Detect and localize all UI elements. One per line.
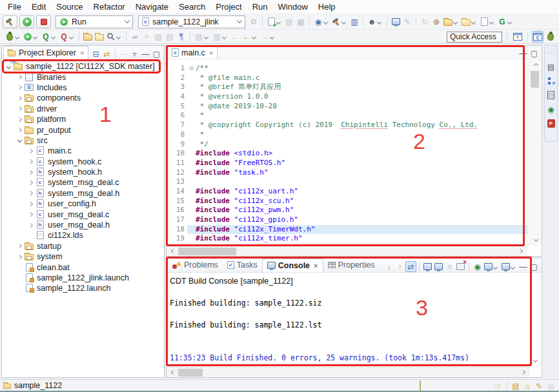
expand-arrow[interactable] [26,224,34,227]
new-source-folder-icon[interactable] [460,16,472,28]
profile-icon[interactable]: Q [40,31,52,43]
link-editor-icon[interactable]: ⇄ [101,48,112,59]
expand-arrow[interactable] [15,97,23,100]
scrollbar-thumb[interactable] [178,248,236,255]
maximize-icon[interactable]: ▢ [151,48,162,59]
tab-main-c[interactable]: c main.c × [167,46,218,59]
scroll-up-icon[interactable]: ↑ [394,261,405,272]
new-c-project-dropdown[interactable] [453,20,458,24]
profile-dropdown[interactable] [51,35,56,39]
back-icon[interactable]: ← [241,31,252,43]
tab-properties[interactable]: Properties [323,259,380,272]
search-icon[interactable] [105,31,117,43]
knot-icon[interactable]: ⊛ [431,16,442,28]
search-dropdown[interactable] [116,35,121,39]
make-target-view-icon[interactable] [545,90,556,101]
run-history-icon[interactable] [22,31,34,43]
menu-item-navigate[interactable]: Navigate [130,1,174,13]
tree-item-src[interactable]: src [2,135,164,146]
debug-perspective-icon[interactable] [545,31,556,43]
minimize-icon[interactable]: — [140,48,151,59]
git-refresh-icon[interactable]: G [496,16,508,28]
forward-dropdown[interactable] [270,35,274,39]
new-wizard-dropdown[interactable] [276,20,281,24]
menu-item-search[interactable]: Search [174,1,210,13]
debug-dropdown[interactable] [15,35,19,39]
display-console-icon[interactable] [483,261,494,272]
menu-item-window[interactable]: Window [273,1,313,13]
pin-console-icon[interactable]: ◉ [472,261,483,272]
scrollbar-thumb[interactable] [178,369,203,377]
pencil-icon[interactable]: ✎ [401,16,413,28]
show-stderr-icon[interactable] [433,261,444,272]
tree-item-system[interactable]: system [2,251,164,262]
expand-arrow[interactable] [15,244,23,248]
terminal-icon[interactable] [390,16,401,28]
close-icon[interactable]: × [209,49,213,57]
tree-item-pr-output[interactable]: pr_output [2,124,164,135]
tab-problems[interactable]: Problems [168,259,223,272]
display-console-dropdown[interactable] [493,265,498,270]
expand-arrow[interactable] [15,118,23,121]
maximize-icon[interactable]: ▢ [529,261,540,272]
build-all-icon[interactable] [330,16,342,28]
expand-arrow[interactable] [15,255,23,259]
menu-item-source[interactable]: Source [51,1,88,13]
tree-item-system-hook-c[interactable]: csystem_hook.c [2,157,164,167]
git-refresh-dropdown[interactable] [507,20,512,24]
tree-item-binaries[interactable]: Binaries [2,72,164,82]
print-view-icon[interactable]: ▤ [545,61,556,72]
next-annotation-dropdown[interactable] [222,35,227,39]
cpp-perspective-icon[interactable] [532,31,544,43]
code-editor[interactable]: 1⊖/**2 * @file main.c3 * @brief 简单灯具应用4 … [167,59,527,246]
expand-arrow[interactable] [26,160,34,163]
expand-arrow[interactable] [26,213,34,216]
expand-arrow[interactable] [26,191,34,195]
skip-all-breakpoints-icon[interactable]: ◉ [312,16,324,28]
expand-arrow[interactable] [26,171,34,174]
tree-item-driver[interactable]: driver [2,104,164,114]
project-tree[interactable]: Csample_1122 [CI112X_SDK master]Binaries… [2,61,164,377]
run-history-dropdown[interactable] [33,35,37,39]
expand-arrow[interactable] [15,86,23,89]
expand-arrow[interactable] [15,107,23,110]
link-with-icon[interactable]: ▥ [152,31,164,43]
editor-vertical-scrollbar[interactable] [527,59,542,246]
scroll-left-arrow[interactable] [168,247,177,256]
refresh-icon[interactable]: ↻ [419,16,431,28]
word-wrap-icon[interactable]: ≡ [444,261,455,272]
scroll-up-arrow[interactable] [531,60,540,69]
tree-item-system-hook-h[interactable]: hsystem_hook.h [2,167,164,177]
tree-item-user-config-h[interactable]: huser_config.h [2,199,164,209]
launch-target-combo[interactable]: c sample_1122_jlink [138,15,245,28]
record-view-icon[interactable]: ◉ [545,104,556,115]
maximize-icon[interactable]: ▢ [529,48,540,59]
editor-horizontal-scrollbar[interactable] [167,246,527,256]
eraser-icon[interactable]: ▰ [129,31,141,43]
tree-item-system-msg-deal-h[interactable]: hsystem_msg_deal.h [2,188,164,199]
scroll-down-icon[interactable]: ↓ [383,261,394,272]
new-wizard-icon[interactable] [265,16,277,28]
user-profile-icon[interactable]: ☻ [366,16,378,28]
user-profile-dropdown[interactable] [377,20,381,24]
new-c-file-dropdown[interactable] [489,20,494,24]
view-menu-icon[interactable]: ▿ [129,48,140,59]
forward-icon[interactable]: → [259,31,270,43]
scroll-down-arrow[interactable] [531,236,540,245]
tab-tasks[interactable]: Tasks [223,259,262,272]
tree-item-sample-1122-ci112x-sdk-master[interactable]: Csample_1122 [CI112X_SDK master] [2,61,164,72]
open-console-dropdown[interactable] [511,265,515,270]
tree-item-platform[interactable]: platform [2,114,164,124]
terminate-button[interactable] [36,15,51,28]
open-resource-icon[interactable] [94,31,105,43]
close-icon[interactable]: × [314,262,318,270]
save-icon[interactable]: ▤ [283,16,295,28]
expand-arrow[interactable] [26,150,34,153]
scroll-lock-icon[interactable]: ⇄ [405,261,416,272]
collapse-all-icon[interactable]: ⊟ [90,48,101,59]
build-all-dropdown[interactable] [341,20,346,24]
doc-icon[interactable]: ▤ [164,31,176,43]
fold-marker-icon[interactable]: ⊖ [187,64,196,74]
minimize-icon[interactable]: — [518,48,529,59]
binary-icon[interactable]: ▥ [349,16,360,28]
